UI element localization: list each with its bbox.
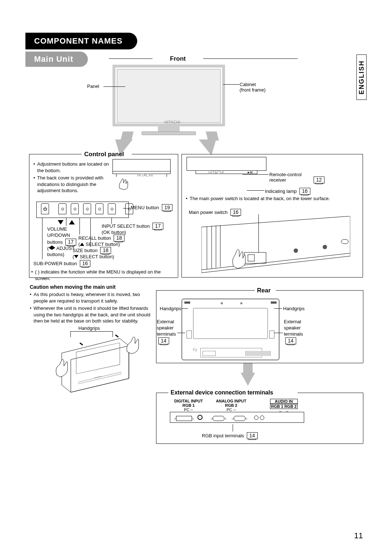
size-label: SIZE button 18 (( SELECT button) SELECT … bbox=[73, 247, 114, 259]
svg-rect-10 bbox=[248, 255, 254, 261]
svg-point-11 bbox=[294, 248, 298, 253]
t-audio-ports: RGB 1 RGB 2 bbox=[270, 404, 298, 409]
rear-line-r bbox=[276, 290, 363, 291]
ld-input bbox=[111, 218, 112, 224]
front-line-right bbox=[203, 58, 298, 59]
cp-note-1: The back cover is provided with indicati… bbox=[37, 175, 110, 194]
cabinet-text2: (front frame) bbox=[240, 87, 266, 93]
caution-section: Caution when moving the main unit As thi… bbox=[30, 284, 153, 325]
ref-18b: 18 bbox=[100, 247, 111, 254]
ref-17b: 17 bbox=[152, 223, 163, 230]
vol-l3: buttons bbox=[47, 239, 63, 245]
svg-rect-16 bbox=[76, 343, 120, 374]
arrow-down-terminals bbox=[241, 373, 255, 386]
menu-button-label: MENU button 19 bbox=[131, 204, 172, 211]
caution-handgrips-label: Handgrips bbox=[78, 325, 100, 331]
cp-monitor-bottom-illustration: HITACHI bbox=[113, 159, 171, 188]
right-note: The main power switch is located at the … bbox=[186, 195, 360, 203]
svg-line-17 bbox=[80, 343, 83, 345]
vol-up-button-icon: ⊙ bbox=[71, 203, 79, 214]
cp-note-0: Adjustment buttons are located on the bo… bbox=[37, 161, 110, 174]
ld-hg-c-l bbox=[70, 331, 71, 337]
cp-line-vr bbox=[178, 154, 178, 278]
ld-hg-c-r bbox=[113, 331, 113, 337]
svg-line-20 bbox=[78, 374, 122, 384]
rear-line-b bbox=[156, 363, 363, 363]
menu-text: MENU button bbox=[131, 205, 159, 210]
ref-17a: 17 bbox=[65, 239, 76, 246]
es-r1: External bbox=[284, 319, 301, 324]
terminal-port-panel: ○○ ○○ ○○ bbox=[170, 412, 304, 423]
rear-detail-illustration bbox=[201, 216, 350, 274]
is-l1: INPUT SELECT button bbox=[102, 223, 150, 229]
es-l1: External bbox=[157, 319, 174, 324]
sub-power-button-icon: ⏻ bbox=[41, 203, 49, 214]
t-rgb1: RGB 1 bbox=[174, 403, 203, 408]
ref-14a: 14 bbox=[158, 337, 169, 344]
ref-16c: 16 bbox=[230, 209, 241, 216]
front-section-label: Front bbox=[156, 55, 200, 62]
recall-button-icon: ⊙ bbox=[83, 203, 91, 214]
ld-subpower bbox=[42, 218, 42, 259]
ref-14c: 14 bbox=[247, 432, 258, 439]
rear-section-label: Rear bbox=[257, 287, 271, 294]
arrow-down-right bbox=[199, 139, 220, 155]
ld-mainpower bbox=[258, 214, 259, 252]
ld-menu-h bbox=[123, 208, 130, 208]
vol-l2: UP/DOWN bbox=[47, 232, 70, 238]
size-button-icon: ⊙ bbox=[95, 203, 103, 214]
ref-14b: 14 bbox=[285, 337, 296, 344]
caution-illustration bbox=[54, 331, 145, 393]
panel-label: Panel bbox=[87, 84, 99, 89]
et-line-r bbox=[298, 393, 363, 393]
page-title-pill: COMPONENT NAMES bbox=[25, 33, 137, 49]
rgb-input-label: RGB input terminals 14 bbox=[202, 432, 258, 439]
caution-title: Caution when moving the main unit bbox=[30, 284, 153, 290]
t-pc1: PC bbox=[184, 408, 189, 412]
rr-l2: receiver bbox=[269, 177, 286, 183]
ld-es-r bbox=[274, 333, 283, 333]
t-audio-in: AUDIO IN bbox=[270, 399, 298, 404]
ref-12: 12 bbox=[314, 177, 324, 183]
cabinet-text1: Cabinet bbox=[240, 82, 256, 87]
ld-recall bbox=[79, 218, 80, 235]
front-monitor-illustration: HITACHI bbox=[113, 65, 225, 135]
ref-12-wrap: 12 bbox=[312, 177, 324, 183]
right-note-text: The main power switch is located at the … bbox=[190, 195, 330, 202]
main-power-label: Main power switch 16 bbox=[189, 209, 241, 216]
vol-sep bbox=[66, 218, 66, 226]
rear-ext-speaker-right: External speaker terminals 14 bbox=[284, 319, 303, 344]
cabinet-label: Cabinet (front frame) bbox=[240, 82, 266, 93]
terminal-labels: DIGITAL INPUT RGB 1 PC ⎓ ANALOG INPUT RG… bbox=[174, 399, 298, 413]
caution-1: Whenever the unit is moved it should be … bbox=[34, 305, 153, 324]
cp-footer-text: ( ) indicates the function while the MEN… bbox=[35, 269, 176, 281]
vol-up-tri bbox=[69, 219, 75, 226]
rear-illustration bbox=[181, 299, 279, 360]
es-l3: terminals bbox=[157, 331, 176, 337]
panel-leader bbox=[103, 86, 125, 87]
cp-footer: ( ) indicates the function while the MEN… bbox=[31, 269, 176, 283]
language-tab: ENGLISH bbox=[356, 54, 367, 100]
ref-19: 19 bbox=[162, 204, 173, 211]
svg-marker-15 bbox=[71, 346, 129, 392]
es-l2: speaker bbox=[157, 325, 173, 331]
svg-marker-14 bbox=[62, 339, 129, 392]
recall-label: RECALL button 18 (( SELECT button) SELEC… bbox=[78, 235, 124, 247]
indicating-lamp-label: Indicating lamp 16 bbox=[265, 188, 310, 195]
rgb-in-text: RGB input terminals bbox=[202, 433, 244, 438]
cabinet-leader bbox=[223, 84, 239, 85]
svg-line-1 bbox=[201, 256, 350, 273]
rear-line-vr bbox=[363, 290, 363, 363]
control-panel-section-label: Control panel bbox=[84, 151, 124, 158]
sub-power-label: SUB-POWER button 16 bbox=[33, 260, 90, 267]
ld-remote bbox=[242, 174, 269, 175]
ld-hg-r bbox=[274, 308, 282, 309]
ld-size bbox=[90, 218, 91, 247]
volume-label: VOLUME UP/DOWN buttons 17 ( ADJUST butto… bbox=[47, 226, 76, 258]
cp-line-r bbox=[132, 154, 178, 154]
cp-line-vl bbox=[29, 154, 29, 278]
ref-16a: 16 bbox=[80, 260, 91, 267]
rear-ext-speaker-left: External speaker terminals 14 bbox=[157, 319, 176, 344]
is-l2: (OK button) bbox=[102, 230, 126, 235]
input-select-label: INPUT SELECT button 17 (OK button) bbox=[102, 223, 163, 235]
